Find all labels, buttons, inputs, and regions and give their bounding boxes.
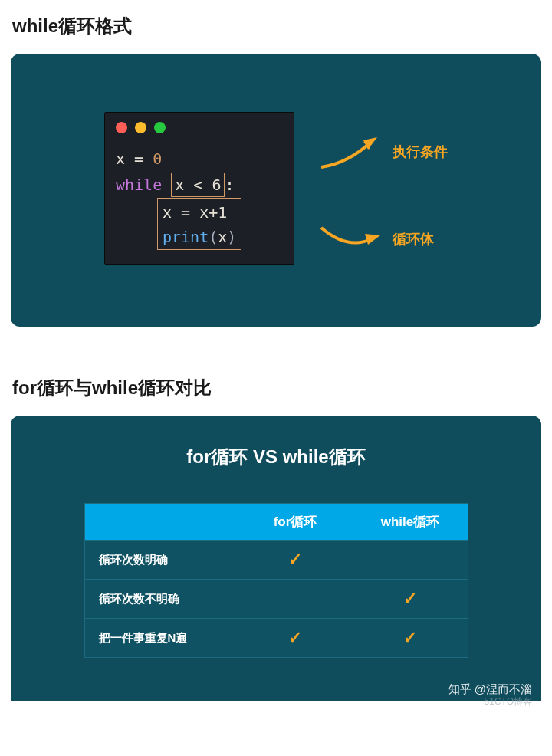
row-label: 循环次数明确 (84, 541, 238, 580)
code-num: 0 (153, 150, 162, 168)
watermark-sub: 51CTO博客 (0, 695, 532, 708)
code-fn: print (163, 228, 209, 246)
cell-for (238, 580, 353, 619)
cell-while: ✓ (353, 580, 468, 619)
label-condition-row: 执行条件 (317, 133, 448, 171)
table-header-for: for循环 (238, 504, 353, 541)
table-header-while: while循环 (353, 504, 468, 541)
check-icon: ✓ (403, 589, 417, 608)
code-keyword: while (116, 176, 162, 194)
code-var: x (116, 150, 125, 168)
annotation-labels: 执行条件 循环体 (317, 133, 448, 258)
row-label: 把一件事重复N遍 (84, 619, 238, 658)
table-row: 循环次数明确 ✓ (84, 541, 468, 580)
code-paren-close: ) (227, 228, 236, 246)
table-header-empty (84, 504, 238, 541)
check-icon: ✓ (288, 550, 302, 569)
code-window: x = 0 while x < 6: x = x+1 print(x) (104, 112, 294, 265)
code-body-wrap: x = x+1 print(x) (116, 198, 283, 250)
code-paren-open: ( (209, 228, 218, 246)
code-condition: x < 6 (175, 176, 221, 194)
section2-title: for循环与while循环对比 (0, 362, 552, 416)
body-box: x = x+1 print(x) (157, 198, 242, 250)
row-label: 循环次数不明确 (84, 580, 238, 619)
window-dots (116, 122, 283, 133)
check-icon: ✓ (288, 628, 302, 647)
code-line-2: while x < 6: (116, 172, 283, 198)
vs-title: for循环 VS while循环 (26, 445, 526, 469)
code-op: = (125, 150, 153, 168)
table-header-row: for循环 while循环 (84, 504, 468, 541)
code-body-line1: x = x+1 (163, 203, 227, 222)
table-body: 循环次数明确 ✓ 循环次数不明确 ✓ 把一件事重复N遍 ✓ ✓ (84, 541, 468, 658)
code-colon: : (225, 176, 234, 194)
while-format-panel: x = 0 while x < 6: x = x+1 print(x) (11, 54, 541, 327)
arrow-icon (317, 133, 386, 171)
label-body: 循环体 (393, 230, 434, 248)
code-line-1: x = 0 (116, 146, 283, 172)
comparison-table: for循环 while循环 循环次数明确 ✓ 循环次数不明确 ✓ 把一件事重复N… (84, 503, 468, 658)
table-row: 循环次数不明确 ✓ (84, 580, 468, 619)
label-condition: 执行条件 (393, 143, 448, 161)
code-arg: x (218, 228, 227, 246)
code-block: x = 0 while x < 6: x = x+1 print(x) (116, 146, 283, 250)
svg-marker-2 (365, 234, 380, 245)
table-row: 把一件事重复N遍 ✓ ✓ (84, 619, 468, 658)
cell-while: ✓ (353, 619, 468, 658)
condition-box: x < 6 (171, 173, 225, 197)
maximize-icon (154, 122, 166, 133)
label-body-row: 循环体 (317, 220, 448, 258)
code-stage: x = 0 while x < 6: x = x+1 print(x) (26, 77, 526, 299)
arrow-icon (317, 220, 386, 258)
cell-while (353, 541, 468, 580)
comparison-panel: for循环 VS while循环 for循环 while循环 循环次数明确 ✓ … (11, 416, 541, 701)
section1-title: while循环格式 (0, 0, 552, 54)
check-icon: ✓ (403, 628, 417, 647)
cell-for: ✓ (238, 541, 353, 580)
close-icon (116, 122, 127, 133)
cell-for: ✓ (238, 619, 353, 658)
minimize-icon (135, 122, 146, 133)
